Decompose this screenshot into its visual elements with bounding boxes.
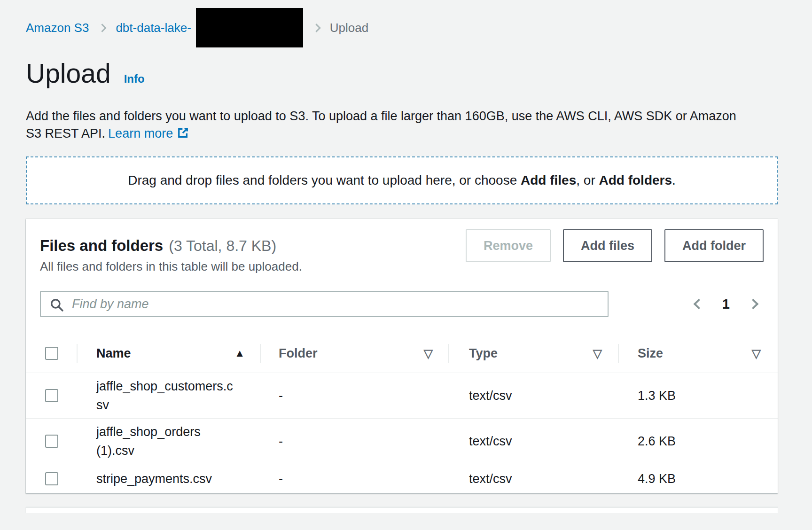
breadcrumb-current: Upload xyxy=(330,21,368,35)
column-header-type[interactable]: Type ▽ xyxy=(449,334,619,373)
file-name: jaffle_shop_customers.csv xyxy=(96,377,237,414)
dropzone-text: Drag and drop files and folders you want… xyxy=(128,173,676,188)
file-size: 2.6 KB xyxy=(619,432,778,451)
page-header: Upload Info xyxy=(26,58,778,89)
panel-header-text: Files and folders (3 Total, 8.7 KB) All … xyxy=(40,229,302,274)
sort-indicator-icon[interactable]: ▽ xyxy=(752,347,761,360)
learn-more-label: Learn more xyxy=(108,126,173,140)
add-folder-button[interactable]: Add folder xyxy=(664,229,764,262)
table-row: stripe_payments.csv - text/csv 4.9 KB xyxy=(26,464,778,493)
file-size: 1.3 KB xyxy=(619,386,778,405)
search-icon xyxy=(49,297,64,312)
table-row: jaffle_shop_customers.csv - text/csv 1.3… xyxy=(26,373,778,418)
table-header-row: Name ▲ Folder ▽ Type ▽ Size ▽ xyxy=(26,334,778,373)
file-folder: - xyxy=(261,386,449,405)
breadcrumb-chevron-icon xyxy=(98,23,107,32)
next-page-button[interactable] xyxy=(746,296,761,312)
s3-upload-page: Amazon S3 dbt-data-lake- Upload Upload I… xyxy=(0,8,778,513)
info-link[interactable]: Info xyxy=(124,72,145,86)
chevron-right-icon xyxy=(748,299,759,310)
table-body: jaffle_shop_customers.csv - text/csv 1.3… xyxy=(26,373,778,493)
file-name: jaffle_shop_orders (1).csv xyxy=(96,422,237,460)
dropzone-add-files-text: Add files xyxy=(521,173,576,187)
breadcrumb-bucket: dbt-data-lake- xyxy=(116,8,303,47)
breadcrumb-bucket-link[interactable]: dbt-data-lake- xyxy=(116,21,191,35)
file-type: text/csv xyxy=(449,469,619,488)
row-checkbox[interactable] xyxy=(45,389,58,402)
next-section-edge xyxy=(26,507,778,513)
column-label-name: Name xyxy=(96,346,131,361)
dropzone-text-mid: , or xyxy=(576,173,599,187)
table-toolbar: 1 xyxy=(26,291,778,317)
redaction-box xyxy=(196,8,303,47)
breadcrumb-amazon-s3-link[interactable]: Amazon S3 xyxy=(26,21,89,35)
pagination: 1 xyxy=(691,296,764,312)
panel-header: Files and folders (3 Total, 8.7 KB) All … xyxy=(26,229,778,274)
chevron-left-icon xyxy=(694,299,704,310)
panel-subtitle: All files and folders in this table will… xyxy=(40,259,302,274)
column-label-folder: Folder xyxy=(279,346,318,361)
column-label-size: Size xyxy=(638,346,663,361)
panel-count-summary: (3 Total, 8.7 KB) xyxy=(169,237,276,255)
page-description: Add the files and folders you want to up… xyxy=(26,108,747,142)
sort-indicator-icon[interactable]: ▽ xyxy=(424,347,433,360)
sort-ascending-icon[interactable]: ▲ xyxy=(234,347,245,359)
panel-title: Files and folders xyxy=(40,237,163,255)
current-page-number[interactable]: 1 xyxy=(722,296,730,312)
external-link-icon xyxy=(177,126,189,139)
page-title: Upload xyxy=(26,58,111,89)
breadcrumb-chevron-icon xyxy=(312,23,320,32)
search-input[interactable] xyxy=(41,292,608,316)
panel-actions: Remove Add files Add folder xyxy=(466,229,764,262)
select-all-header xyxy=(26,334,78,373)
add-files-button[interactable]: Add files xyxy=(563,229,652,262)
file-size: 4.9 KB xyxy=(619,469,778,488)
row-checkbox[interactable] xyxy=(45,435,58,448)
remove-button[interactable]: Remove xyxy=(466,229,551,262)
dropzone-text-suffix: . xyxy=(672,173,676,187)
previous-page-button[interactable] xyxy=(691,296,706,312)
column-header-name[interactable]: Name ▲ xyxy=(78,334,261,373)
files-table: Name ▲ Folder ▽ Type ▽ Size ▽ xyxy=(26,334,778,493)
table-row: jaffle_shop_orders (1).csv - text/csv 2.… xyxy=(26,418,778,464)
dropzone-add-folders-text: Add folders xyxy=(599,173,672,187)
file-type: text/csv xyxy=(449,386,619,405)
learn-more-link[interactable]: Learn more xyxy=(108,126,189,140)
file-folder: - xyxy=(261,469,449,488)
files-and-folders-panel: Files and folders (3 Total, 8.7 KB) All … xyxy=(26,219,778,493)
column-label-type: Type xyxy=(469,346,498,361)
file-name: stripe_payments.csv xyxy=(96,469,237,488)
sort-indicator-icon[interactable]: ▽ xyxy=(593,347,602,360)
select-all-checkbox[interactable] xyxy=(45,347,58,360)
file-type: text/csv xyxy=(449,432,619,451)
column-header-size[interactable]: Size ▽ xyxy=(619,334,778,373)
row-checkbox[interactable] xyxy=(45,472,58,485)
breadcrumb: Amazon S3 dbt-data-lake- Upload xyxy=(26,8,778,47)
column-header-folder[interactable]: Folder ▽ xyxy=(261,334,449,373)
dropzone[interactable]: Drag and drop files and folders you want… xyxy=(26,156,778,204)
search-box xyxy=(40,291,609,317)
file-folder: - xyxy=(261,432,449,451)
dropzone-text-prefix: Drag and drop files and folders you want… xyxy=(128,173,521,187)
